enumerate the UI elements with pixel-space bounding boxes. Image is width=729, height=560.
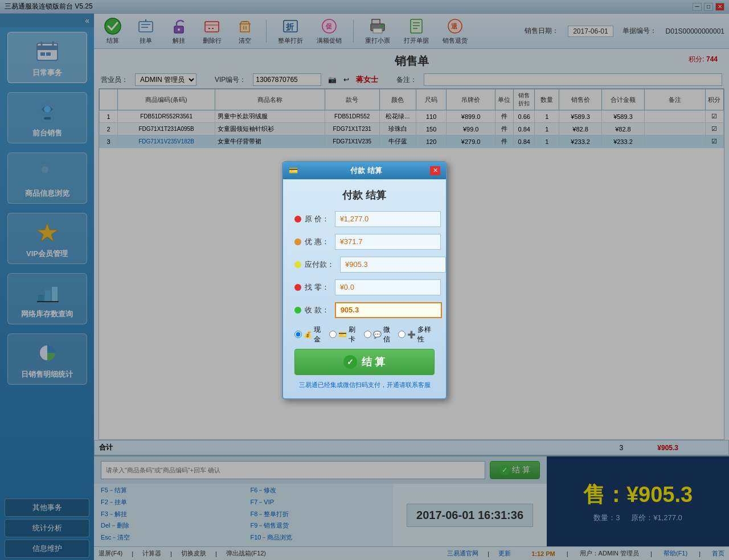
payment-cash-label: 现金	[314, 325, 325, 344]
modal-field-payable: 应付款：	[294, 257, 435, 273]
payment-wechat-option[interactable]: 💬 微信	[364, 325, 394, 344]
discount-input	[335, 234, 441, 250]
payment-cash-option[interactable]: 💰 现金	[294, 325, 325, 344]
change-input	[335, 279, 441, 295]
modal-overlay: 💳 付款 结算 ✕ 付款 结算 原 价： 优 惠： 应付款：	[0, 0, 729, 560]
payment-mixed-label: 多样性	[417, 325, 435, 344]
payment-modal: 💳 付款 结算 ✕ 付款 结算 原 价： 优 惠： 应付款：	[282, 161, 447, 400]
field-dot-orange	[294, 238, 301, 245]
payment-cash-radio[interactable]	[294, 331, 302, 338]
payment-wechat-label: 微信	[383, 325, 394, 344]
field-label-change: 找 零：	[305, 282, 329, 293]
modal-field-original: 原 价：	[294, 211, 435, 227]
field-label-payable: 应付款：	[305, 260, 334, 270]
collection-input[interactable]	[335, 302, 442, 318]
modal-close-button[interactable]: ✕	[430, 166, 440, 175]
wechat-notice: 三易通已经集成微信扫码支付，开通请联系客服	[294, 381, 435, 389]
field-dot-yellow	[294, 261, 301, 268]
field-dot-red	[294, 216, 301, 223]
field-label-discount: 优 惠：	[305, 237, 329, 247]
modal-body: 付款 结算 原 价： 优 惠： 应付款： 找	[283, 179, 446, 398]
modal-checkout-label: 结 算	[362, 355, 385, 369]
modal-field-collection: 收 款：	[294, 302, 435, 318]
modal-inner-title: 付款 结算	[294, 188, 435, 202]
field-label-collection: 收 款：	[305, 305, 329, 315]
modal-field-discount: 优 惠：	[294, 234, 435, 250]
payment-card-radio[interactable]	[329, 331, 337, 338]
field-dot-red2	[294, 284, 301, 291]
modal-title-icon: 💳	[289, 166, 298, 175]
payment-options: 💰 现金 💳 刷卡 💬 微信 ➕ 多样性	[294, 325, 435, 344]
modal-checkout-icon: ✓	[343, 355, 357, 369]
payment-card-option[interactable]: 💳 刷卡	[329, 325, 359, 344]
field-label-original: 原 价：	[305, 214, 329, 224]
payment-mixed-radio[interactable]	[398, 331, 406, 338]
field-dot-green	[294, 307, 301, 314]
modal-field-change: 找 零：	[294, 279, 435, 295]
modal-checkout-button[interactable]: ✓ 结 算	[294, 349, 435, 375]
modal-title: 付款 结算	[350, 166, 382, 176]
payment-wechat-radio[interactable]	[364, 331, 371, 338]
payment-mixed-option[interactable]: ➕ 多样性	[398, 325, 435, 344]
payable-input	[340, 257, 446, 273]
original-price-input	[335, 211, 441, 227]
modal-titlebar: 💳 付款 结算 ✕	[283, 162, 446, 179]
payment-card-label: 刷卡	[349, 325, 359, 344]
